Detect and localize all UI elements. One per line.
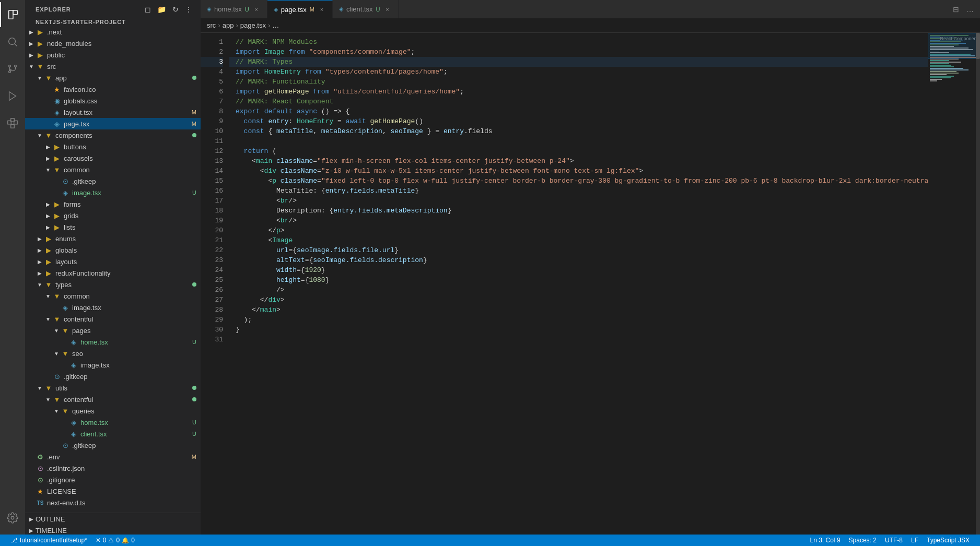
minimap-scrollbar[interactable] bbox=[976, 33, 980, 535]
status-bar: ⎇ tutorial/contentful/setup* ✕ 0 ⚠ 0 🔔 0… bbox=[0, 535, 980, 546]
breadcrumb-symbol[interactable]: … bbox=[272, 21, 279, 29]
tree-item-layouts[interactable]: ▶ ▶ layouts bbox=[25, 256, 201, 267]
tab-label-client: client.tsx bbox=[346, 5, 373, 13]
tree-item-label-types-image: image.tsx bbox=[72, 304, 101, 312]
tree-item-common[interactable]: ▼ ▼ common bbox=[25, 164, 201, 175]
collapse-arrow-carousels: ▶ bbox=[44, 156, 52, 161]
tree-item-label-utils-c: contentful bbox=[64, 396, 93, 403]
tree-item-gitkeep-types[interactable]: ▶ ⊙ .gitkeep bbox=[25, 371, 201, 382]
settings-icon[interactable] bbox=[0, 505, 25, 530]
tree-item-utils-client[interactable]: ▶ ◈ client.tsx U bbox=[25, 428, 201, 440]
tree-item-outline[interactable]: ▶ OUTLINE bbox=[25, 513, 201, 525]
tree-item-label-image-tsx: image.tsx bbox=[72, 189, 101, 197]
tree-item-lists[interactable]: ▶ ▶ lists bbox=[25, 221, 201, 233]
tab-close-home[interactable]: × bbox=[252, 5, 261, 14]
tree-item-layout[interactable]: ▶ ◈ layout.tsx M bbox=[25, 106, 201, 118]
tree-item-seo-image[interactable]: ▶ ◈ image.tsx bbox=[25, 359, 201, 371]
breadcrumb-app[interactable]: app bbox=[223, 21, 234, 29]
code-line-12: return ( bbox=[229, 146, 928, 156]
status-position[interactable]: Ln 3, Col 9 bbox=[806, 537, 844, 544]
tree-item-globals-css[interactable]: ▶ ◉ globals.css bbox=[25, 95, 201, 106]
tree-item-enums[interactable]: ▶ ▶ enums bbox=[25, 233, 201, 244]
tree-item-label-license: LICENSE bbox=[47, 488, 76, 495]
tree-item-grids[interactable]: ▶ ▶ grids bbox=[25, 210, 201, 221]
svg-line-3 bbox=[15, 44, 17, 46]
tree-item-eslint[interactable]: ▶ ⊙ .eslintrc.json bbox=[25, 462, 201, 474]
breadcrumb-src[interactable]: src bbox=[207, 21, 216, 29]
tree-item-timeline[interactable]: ▶ TIMELINE bbox=[25, 525, 201, 535]
collapse-arrow-nm: ▶ bbox=[27, 41, 36, 46]
tree-item-pages[interactable]: ▼ ▼ pages bbox=[25, 325, 201, 336]
refresh-button[interactable]: ↻ bbox=[170, 4, 181, 15]
tree-item-env[interactable]: ▶ ⚙ .env M bbox=[25, 451, 201, 462]
tree-item-types-image[interactable]: ▶ ◈ image.tsx bbox=[25, 302, 201, 313]
status-encoding[interactable]: UTF-8 bbox=[881, 537, 907, 544]
collapse-all-button[interactable]: ⋮ bbox=[183, 4, 194, 15]
breadcrumb-sep-3: › bbox=[268, 21, 270, 29]
tree-item-utils[interactable]: ▼ ▼ utils bbox=[25, 382, 201, 394]
status-spaces[interactable]: Spaces: 2 bbox=[845, 537, 881, 544]
search-icon[interactable] bbox=[0, 29, 25, 54]
tree-item-page[interactable]: ▶ ◈ page.tsx M bbox=[25, 118, 201, 129]
warning-count: 0 bbox=[116, 537, 120, 544]
tree-item-components[interactable]: ▼ ▼ components bbox=[25, 129, 201, 141]
tree-item-label-queries: queries bbox=[72, 407, 95, 415]
tree-item-home-tsx[interactable]: ▶ ◈ home.tsx U bbox=[25, 336, 201, 348]
tree-item-globals-folder[interactable]: ▶ ▶ globals bbox=[25, 244, 201, 256]
minimap-scrollbar-thumb[interactable] bbox=[976, 33, 980, 59]
tree-item-favicon[interactable]: ▶ ★ favicon.ico bbox=[25, 84, 201, 95]
tab-client[interactable]: ◈ client.tsx U × bbox=[333, 0, 399, 18]
code-line-20: </p> bbox=[229, 225, 928, 235]
status-line-ending[interactable]: LF bbox=[907, 537, 923, 544]
new-folder-button[interactable]: 📁 bbox=[155, 4, 168, 15]
git-badge-env: M bbox=[192, 454, 196, 460]
tree-item-contentful[interactable]: ▼ ▼ contentful bbox=[25, 313, 201, 325]
tree-item-image-tsx[interactable]: ▶ ◈ image.tsx U bbox=[25, 187, 201, 198]
tree-item-types[interactable]: ▼ ▼ types bbox=[25, 279, 201, 290]
tab-close-page[interactable]: × bbox=[318, 5, 326, 14]
status-language[interactable]: TypeScript JSX bbox=[923, 537, 974, 544]
info-icon: 🔔 bbox=[122, 537, 129, 544]
tree-item-buttons[interactable]: ▶ ▶ buttons bbox=[25, 141, 201, 152]
tree-item-forms[interactable]: ▶ ▶ forms bbox=[25, 198, 201, 210]
tree-item-types-common[interactable]: ▼ ▼ common bbox=[25, 290, 201, 302]
git-badge-layout: M bbox=[192, 109, 196, 115]
status-branch[interactable]: ⎇ tutorial/contentful/setup* bbox=[6, 537, 91, 544]
line-num-6: 6 bbox=[201, 87, 223, 97]
code-line-17: <br/> bbox=[229, 196, 928, 206]
new-file-button[interactable]: ◻ bbox=[143, 4, 153, 15]
tree-item-next[interactable]: ▶ ▶ .next bbox=[25, 26, 201, 38]
tree-item-next-env[interactable]: ▶ TS next-env.d.ts bbox=[25, 497, 201, 508]
extensions-icon[interactable] bbox=[0, 111, 25, 136]
line-num-26: 26 bbox=[201, 285, 223, 295]
tree-item-seo[interactable]: ▼ ▼ seo bbox=[25, 348, 201, 359]
breadcrumb-file[interactable]: page.tsx bbox=[240, 21, 266, 29]
tree-item-utils-home[interactable]: ▶ ◈ home.tsx U bbox=[25, 417, 201, 428]
folder-icon-next: ▶ bbox=[36, 28, 45, 36]
tree-item-license[interactable]: ▶ ★ LICENSE bbox=[25, 485, 201, 497]
source-control-icon[interactable] bbox=[0, 56, 25, 81]
status-errors[interactable]: ✕ 0 ⚠ 0 🔔 0 bbox=[91, 537, 139, 544]
tree-item-gitignore[interactable]: ▶ ⊙ .gitignore bbox=[25, 474, 201, 485]
tree-item-node-modules[interactable]: ▶ ▶ node_modules bbox=[25, 38, 201, 49]
explorer-icon[interactable] bbox=[0, 2, 25, 27]
tree-item-app[interactable]: ▼ ▼ app bbox=[25, 72, 201, 84]
tab-home[interactable]: ◈ home.tsx U × bbox=[201, 0, 267, 18]
tree-item-gitkeep-common[interactable]: ▶ ⊙ .gitkeep bbox=[25, 175, 201, 187]
tree-item-utils-gitkeep[interactable]: ▶ ⊙ .gitkeep bbox=[25, 440, 201, 451]
more-actions-icon[interactable]: … bbox=[964, 3, 976, 16]
collapse-arrow-types: ▼ bbox=[36, 282, 44, 288]
tree-item-queries[interactable]: ▼ ▼ queries bbox=[25, 405, 201, 417]
tree-item-carousels[interactable]: ▶ ▶ carousels bbox=[25, 152, 201, 164]
tab-page[interactable]: ◈ page.tsx M × bbox=[267, 0, 333, 18]
tree-item-public[interactable]: ▶ ▶ public bbox=[25, 49, 201, 61]
tree-item-label-eslint: .eslintrc.json bbox=[47, 465, 85, 472]
split-editor-icon[interactable]: ⊟ bbox=[951, 3, 961, 16]
run-icon[interactable] bbox=[0, 84, 25, 109]
tree-item-redux[interactable]: ▶ ▶ reduxFunctionality bbox=[25, 267, 201, 279]
tree-item-src[interactable]: ▼ ▼ src bbox=[25, 61, 201, 72]
tree-item-utils-contentful[interactable]: ▼ ▼ contentful bbox=[25, 394, 201, 405]
info-count: 0 bbox=[131, 537, 135, 544]
code-content[interactable]: // MARK: NPM Modules import Image from "… bbox=[229, 33, 928, 535]
tab-close-client[interactable]: × bbox=[383, 5, 392, 14]
